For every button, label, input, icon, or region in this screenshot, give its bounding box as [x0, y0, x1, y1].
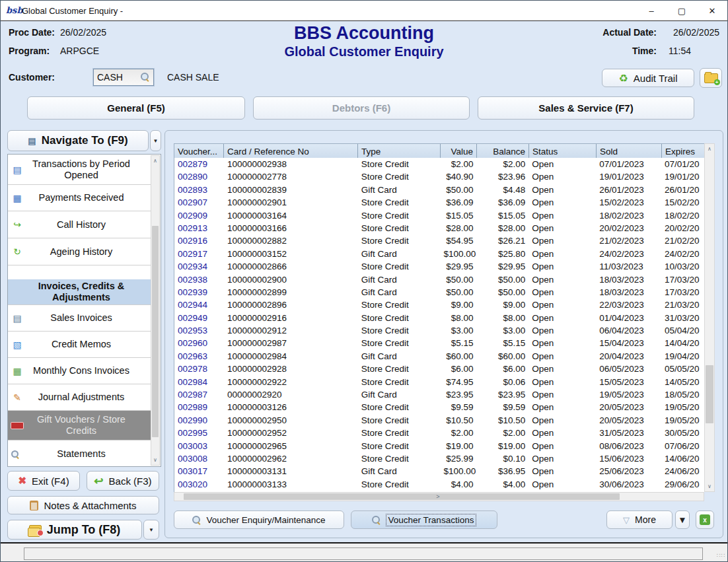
- table-row[interactable]: 00298700000002920Gift Card$23.95$23.95Op…: [174, 388, 704, 401]
- jump-to-button[interactable]: Jump To (F8): [7, 520, 142, 540]
- scroll-right-icon[interactable]: >: [174, 493, 702, 500]
- table-horizontal-scrollbar[interactable]: < >: [174, 492, 704, 501]
- more-dropdown-button[interactable]: ▼: [675, 510, 690, 529]
- cell-voucher[interactable]: 002989: [174, 401, 224, 413]
- cell-voucher[interactable]: 002938: [174, 273, 224, 286]
- table-row[interactable]: 002907100000002901Store Credit$36.09$36.…: [174, 196, 704, 209]
- table-row[interactable]: 002909100000003164Store Credit$15.05$15.…: [174, 209, 704, 222]
- table-row[interactable]: 002917100000003152Gift Card$100.00$25.80…: [174, 248, 704, 260]
- cell-voucher[interactable]: 002995: [174, 427, 224, 439]
- table-row[interactable]: 002960100000002987Store Credit$5.15$5.15…: [174, 337, 704, 349]
- sidebar-item-ageing-history[interactable]: ↻Ageing History: [8, 238, 152, 265]
- column-header-expires[interactable]: Expires: [662, 144, 705, 158]
- cell-voucher[interactable]: 002913: [174, 222, 224, 234]
- export-excel-button[interactable]: x: [696, 510, 714, 529]
- cell-voucher[interactable]: 002949: [174, 312, 224, 324]
- sidebar-item-payments-received[interactable]: ▦Payments Received: [8, 185, 152, 211]
- cell-voucher[interactable]: 002990: [174, 414, 224, 427]
- cell-voucher[interactable]: 002939: [174, 286, 224, 299]
- customer-search-icon[interactable]: [141, 73, 149, 81]
- navigate-dropdown-button[interactable]: ▼: [150, 130, 161, 151]
- sidebar-item-statements[interactable]: Statements: [8, 440, 152, 468]
- column-header-type[interactable]: Type: [358, 144, 441, 158]
- maximize-button[interactable]: ▢: [667, 1, 697, 20]
- scroll-up-icon[interactable]: ∧: [151, 158, 159, 164]
- voucher-enquiry-button[interactable]: Voucher Enquiry/Maintenance: [174, 510, 344, 529]
- cell-voucher[interactable]: 002963: [174, 350, 224, 363]
- sidebar-item-journal-adjustments[interactable]: ✎Journal Adjustments: [8, 384, 152, 411]
- cell-voucher[interactable]: 003020: [174, 478, 224, 491]
- table-row[interactable]: 002995100000002952Store Credit$2.00$2.00…: [174, 427, 704, 439]
- tab-general[interactable]: General (F5): [27, 96, 245, 120]
- cell-voucher[interactable]: 002978: [174, 363, 224, 375]
- back-button[interactable]: ↩ Back (F3): [87, 471, 159, 491]
- table-row[interactable]: 002953100000002912Store Credit$3.00$3.00…: [174, 324, 704, 337]
- scroll-down-icon[interactable]: ∨: [151, 457, 159, 463]
- table-row[interactable]: 002989100000003126Store Credit$9.59$9.59…: [174, 401, 704, 413]
- cell-voucher[interactable]: 003008: [174, 452, 224, 465]
- jump-to-dropdown-button[interactable]: ▼: [143, 520, 159, 540]
- table-row[interactable]: 002879100000002938Store Credit$2.00$2.00…: [174, 158, 704, 170]
- notes-attachments-button[interactable]: Notes & Attachments: [7, 496, 159, 514]
- minimize-button[interactable]: –: [636, 1, 667, 20]
- table-row[interactable]: 002944100000002896Store Credit$9.00$9.00…: [174, 299, 704, 311]
- cell-voucher[interactable]: 002893: [174, 184, 224, 196]
- cell-voucher[interactable]: 002909: [174, 209, 224, 222]
- cell-voucher[interactable]: 002907: [174, 196, 224, 209]
- cell-voucher[interactable]: 002944: [174, 299, 224, 311]
- table-row[interactable]: 002978100000002928Store Credit$6.00$6.00…: [174, 363, 704, 375]
- tab-sales-service[interactable]: Sales & Service (F7): [478, 96, 694, 120]
- close-button[interactable]: ✕: [697, 1, 727, 20]
- table-row[interactable]: 003020100000003133Store Credit$4.00$4.00…: [174, 478, 704, 491]
- table-row[interactable]: 002913100000003166Store Credit$28.00$28.…: [174, 222, 704, 234]
- table-row[interactable]: 002890100000002778Store Credit$40.90$23.…: [174, 170, 704, 183]
- column-header-balance[interactable]: Balance: [477, 144, 529, 158]
- table-row[interactable]: 002934100000002866Store Credit$29.95$29.…: [174, 260, 704, 273]
- sidebar-item-credit-memos[interactable]: ▧Credit Memos: [8, 332, 152, 358]
- cell-voucher[interactable]: 003003: [174, 440, 224, 452]
- column-header-value[interactable]: Value: [441, 144, 477, 158]
- cell-voucher[interactable]: 002953: [174, 324, 224, 337]
- resize-grip[interactable]: ∷∷: [717, 553, 725, 561]
- table-vertical-scrollbar[interactable]: ∧ ∨: [704, 143, 715, 492]
- voucher-transactions-button[interactable]: Voucher Transactions: [351, 510, 497, 529]
- more-button[interactable]: ▽ More: [606, 510, 673, 529]
- table-row[interactable]: 002984100000002922Store Credit$74.95$0.0…: [174, 376, 704, 388]
- table-row[interactable]: 002963100000002984Gift Card$60.00$60.00O…: [174, 350, 704, 363]
- scroll-down-icon[interactable]: ∨: [705, 483, 714, 489]
- table-row[interactable]: 003008100000002962Store Credit$25.99$0.1…: [174, 452, 704, 465]
- table-vscroll-thumb[interactable]: [706, 365, 713, 423]
- scroll-up-icon[interactable]: ∧: [705, 146, 714, 152]
- table-row[interactable]: 002949100000002916Store Credit$8.00$8.00…: [174, 312, 704, 324]
- table-row[interactable]: 002916100000002882Store Credit$54.95$26.…: [174, 234, 704, 247]
- sidebar-item-call-history[interactable]: ↪Call History: [8, 211, 152, 238]
- cell-voucher[interactable]: 002960: [174, 337, 224, 349]
- open-folder-button[interactable]: [700, 68, 722, 88]
- cell-voucher[interactable]: 002917: [174, 248, 224, 260]
- cell-voucher[interactable]: 003017: [174, 465, 224, 477]
- cell-voucher[interactable]: 002984: [174, 376, 224, 388]
- cell-voucher[interactable]: 002934: [174, 260, 224, 273]
- cell-voucher[interactable]: 002879: [174, 158, 224, 170]
- audit-trail-button[interactable]: ♻ Audit Trail: [602, 69, 694, 87]
- table-row[interactable]: 002939100000002899Gift Card$50.00$50.00O…: [174, 286, 704, 299]
- navigate-to-button[interactable]: ▤ Navigate To (F9): [7, 130, 149, 151]
- column-header-card-reference-no[interactable]: Card / Reference No: [224, 144, 358, 158]
- table-row[interactable]: 002893100000002839Gift Card$50.00$4.48Op…: [174, 184, 704, 196]
- column-header-status[interactable]: Status: [529, 144, 597, 158]
- sidebar-item-sales-invoices[interactable]: ▤Sales Invoices: [8, 305, 152, 332]
- exit-button[interactable]: ✖ Exit (F4): [7, 471, 80, 491]
- cell-voucher[interactable]: 002890: [174, 170, 224, 183]
- cell-voucher[interactable]: 002987: [174, 388, 224, 401]
- sidebar-item-monthly-cons-invoices[interactable]: ▦Monthly Cons Invoices: [8, 358, 152, 384]
- column-header-voucher[interactable]: Voucher...: [174, 144, 224, 158]
- table-row[interactable]: 002990100000002950Store Credit$10.50$10.…: [174, 414, 704, 427]
- table-row[interactable]: 002938100000002900Gift Card$50.00$50.00O…: [174, 273, 704, 286]
- sidebar-scroll-thumb[interactable]: [152, 226, 159, 437]
- sidebar-item-gift-vouchers-store-credits[interactable]: Gift Vouchers / Store Credits: [8, 411, 152, 440]
- cell-voucher[interactable]: 002916: [174, 234, 224, 247]
- table-row[interactable]: 003017100000003131Gift Card$100.00$36.95…: [174, 465, 704, 477]
- column-header-sold[interactable]: Sold: [597, 144, 662, 158]
- sidebar-scrollbar[interactable]: ∧ ∨: [151, 155, 160, 466]
- table-row[interactable]: 003003100000002965Store Credit$19.00$19.…: [174, 440, 704, 452]
